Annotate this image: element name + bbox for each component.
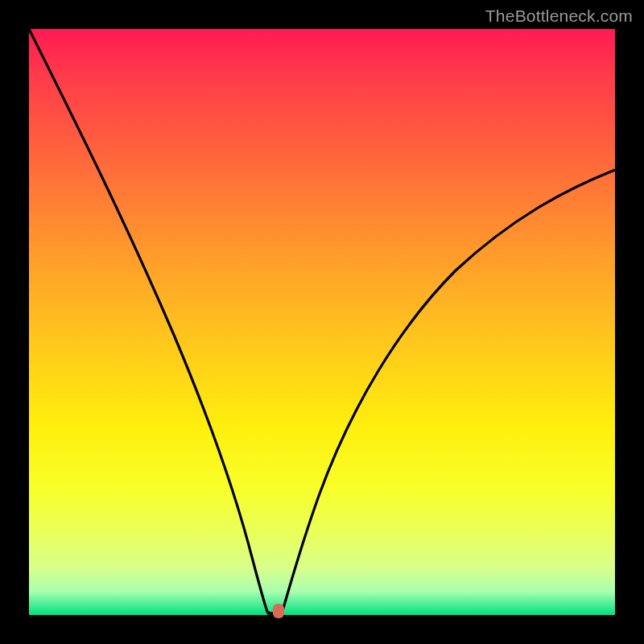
curve-left-branch [29,29,274,615]
bottleneck-curve [29,29,615,615]
plot-area [29,29,615,615]
optimal-marker [273,604,284,618]
chart-frame: TheBottleneck.com [0,0,644,644]
watermark-label: TheBottleneck.com [485,6,633,26]
curve-right-branch [282,170,615,613]
